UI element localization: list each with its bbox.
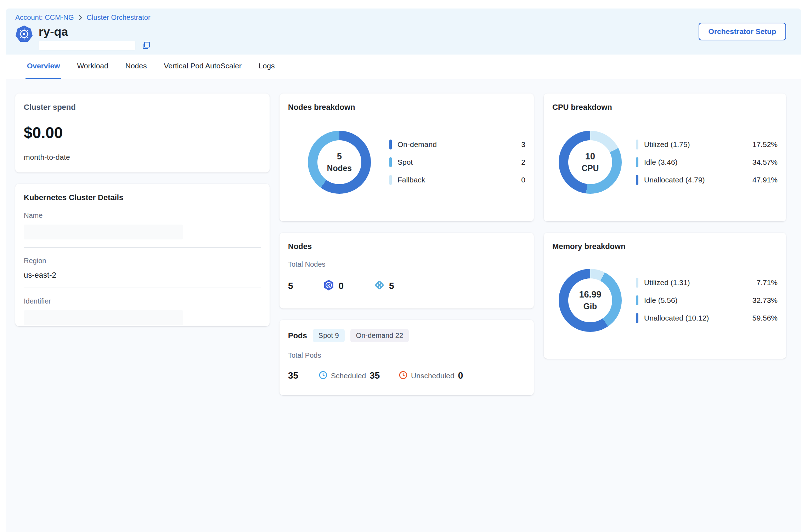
- legend-row: Utilized (1.75)17.52%: [636, 140, 778, 149]
- donut-center: 5 Nodes: [317, 140, 361, 184]
- identifier-label: Identifier: [24, 297, 261, 305]
- title-row: ry-qa: [15, 25, 792, 50]
- donut-center-unit: CPU: [582, 164, 599, 173]
- divider: [24, 288, 261, 288]
- legend-value: 2: [521, 158, 525, 166]
- legend-value: 7.71%: [756, 278, 778, 287]
- divider: [24, 247, 261, 248]
- hexagon-k-icon: K: [323, 279, 335, 293]
- legend-tick: [636, 278, 638, 288]
- memory-breakdown-donut: 16.99 Gib: [559, 269, 622, 332]
- kubernetes-logo-icon: [15, 25, 33, 43]
- legend-label: Unallocated (4.79): [644, 176, 752, 184]
- scheduled-value: 35: [369, 370, 380, 381]
- cluster-details-card: Kubernetes Cluster Details Name Region u…: [15, 184, 270, 326]
- memory-breakdown-legend: Utilized (1.31)7.71%Idle (5.56)32.73%Una…: [636, 278, 778, 323]
- cluster-details-title: Kubernetes Cluster Details: [24, 193, 261, 202]
- legend-label: Utilized (1.75): [644, 140, 752, 149]
- spot-pods-badge: Spot 9: [313, 329, 345, 342]
- identifier-value-redacted: [24, 310, 183, 325]
- clock-scheduled-icon: [319, 371, 327, 381]
- copy-icon[interactable]: [142, 41, 151, 50]
- tab-logs[interactable]: Logs: [257, 62, 276, 79]
- legend-value: 17.52%: [752, 140, 778, 149]
- cpu-breakdown-donut: 10 CPU: [559, 131, 622, 194]
- pods-card: Pods Spot 9 On-demand 22 Total Pods 35 S…: [280, 320, 534, 395]
- name-label: Name: [24, 211, 261, 220]
- page-title: ry-qa: [39, 25, 151, 38]
- memory-breakdown-card: Memory breakdown 16.99 Gib Utilized (1.3…: [544, 233, 786, 359]
- legend-row: Utilized (1.31)7.71%: [636, 278, 778, 288]
- cpu-breakdown-card: CPU breakdown 10 CPU Utilized (1.75)17.5…: [544, 94, 786, 221]
- legend-tick: [636, 157, 638, 167]
- tab-nodes[interactable]: Nodes: [124, 62, 148, 79]
- legend-row: Spot2: [389, 157, 525, 167]
- breadcrumb-page-link[interactable]: Cluster Orchestrator: [87, 13, 151, 22]
- hexagon-k-count: 0: [338, 281, 343, 292]
- legend-label: On-demand: [397, 140, 521, 149]
- chevron-right-icon: [78, 15, 83, 21]
- donut-center-value: 5: [337, 151, 342, 162]
- cluster-spend-title: Cluster spend: [24, 103, 261, 112]
- scheduled-label: Scheduled: [331, 372, 366, 380]
- total-pods-value: 35: [288, 370, 298, 381]
- donut-center-unit: Nodes: [327, 164, 352, 173]
- tab-overview[interactable]: Overview: [26, 62, 61, 79]
- breadcrumb-account-link[interactable]: Account: CCM-NG: [15, 13, 74, 22]
- orchestrator-setup-button[interactable]: Orchestrator Setup: [699, 23, 786, 40]
- name-value-redacted: [24, 225, 183, 239]
- tab-workload[interactable]: Workload: [75, 62, 109, 79]
- cluster-id-redacted: [39, 41, 135, 50]
- legend-value: 47.91%: [752, 176, 778, 184]
- memory-breakdown-title: Memory breakdown: [552, 242, 778, 251]
- total-nodes-value: 5: [288, 281, 293, 292]
- tab-vertical-pod-autoscaler[interactable]: Vertical Pod AutoScaler: [162, 62, 243, 79]
- cpu-breakdown-title: CPU breakdown: [552, 103, 778, 112]
- legend-label: Idle (5.56): [644, 296, 752, 305]
- legend-label: Unallocated (10.12): [644, 314, 752, 322]
- legend-label: Utilized (1.31): [644, 278, 756, 287]
- diamond-dots-count: 5: [389, 281, 394, 292]
- app-root: Account: CCM-NG Cluster Orchestrator: [6, 9, 801, 532]
- legend-value: 32.73%: [752, 296, 778, 305]
- cluster-spend-card: Cluster spend $0.00 month-to-date: [15, 94, 270, 172]
- legend-value: 3: [521, 140, 525, 149]
- unscheduled-label: Unscheduled: [411, 372, 455, 380]
- breadcrumb: Account: CCM-NG Cluster Orchestrator: [15, 13, 792, 22]
- legend-tick: [389, 175, 392, 185]
- cluster-spend-amount: $0.00: [24, 124, 261, 142]
- donut-center: 16.99 Gib: [568, 278, 612, 322]
- legend-row: Unallocated (10.12)59.56%: [636, 313, 778, 323]
- nodes-breakdown-legend: On-demand3Spot2Fallback0: [389, 140, 525, 185]
- donut-center-unit: Gib: [583, 302, 597, 311]
- header-band: Account: CCM-NG Cluster Orchestrator: [6, 9, 801, 55]
- legend-row: Unallocated (4.79)47.91%: [636, 175, 778, 185]
- donut-center-value: 16.99: [579, 289, 602, 300]
- tab-bar: Overview Workload Nodes Vertical Pod Aut…: [6, 55, 801, 79]
- region-label: Region: [24, 257, 261, 265]
- donut-center: 10 CPU: [568, 140, 612, 184]
- legend-tick: [636, 175, 638, 185]
- total-pods-label: Total Pods: [288, 351, 525, 360]
- nodes-breakdown-donut: 5 Nodes: [308, 131, 371, 194]
- legend-tick: [636, 313, 638, 323]
- legend-row: On-demand3: [389, 140, 525, 149]
- legend-value: 59.56%: [752, 314, 778, 322]
- legend-tick: [389, 157, 392, 167]
- clock-unscheduled-icon: [399, 371, 407, 381]
- nodes-card: Nodes Total Nodes 5 K: [280, 233, 534, 309]
- legend-label: Fallback: [397, 176, 521, 184]
- nodes-card-title: Nodes: [288, 242, 525, 251]
- cluster-spend-period: month-to-date: [24, 153, 261, 162]
- legend-label: Spot: [397, 158, 521, 166]
- legend-tick: [636, 295, 638, 305]
- legend-tick: [389, 140, 392, 149]
- legend-row: Fallback0: [389, 175, 525, 185]
- nodes-breakdown-card: Nodes breakdown 5 Nodes On-demand3Spot2F…: [280, 94, 534, 221]
- ondemand-pods-badge: On-demand 22: [350, 329, 409, 342]
- cpu-breakdown-legend: Utilized (1.75)17.52%Idle (3.46)34.57%Un…: [636, 140, 778, 185]
- legend-row: Idle (5.56)32.73%: [636, 295, 778, 305]
- total-nodes-label: Total Nodes: [288, 260, 525, 268]
- nodes-breakdown-title: Nodes breakdown: [288, 103, 525, 112]
- svg-text:K: K: [327, 283, 330, 288]
